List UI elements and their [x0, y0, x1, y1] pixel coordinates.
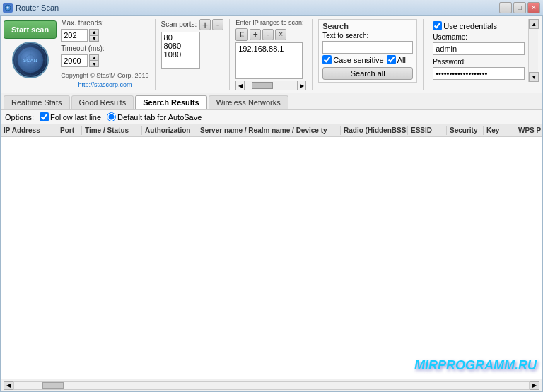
results-content-area: MIRPROGRAMM.RU: [1, 137, 542, 379]
start-section: Start scan SCAN: [4, 19, 57, 78]
search-all-button[interactable]: Search all: [322, 67, 413, 80]
sep4: [423, 19, 424, 90]
toolbar-right-scrollbar: ▲ ▼: [528, 19, 538, 82]
tab-search-results[interactable]: Search Results: [135, 95, 206, 109]
timeout-up[interactable]: ▲: [89, 54, 99, 61]
credentials-panel: Use credentials Username: Password:: [429, 19, 528, 82]
threads-timeout-section: Max. threads: ▲ ▼ Timeout (ms): ▲ ▼ Copy…: [61, 19, 148, 89]
all-text: All: [397, 56, 406, 64]
sep1: [155, 19, 156, 90]
ip-scrollbar[interactable]: ◀ ▶: [235, 81, 306, 90]
status-scroll-thumb[interactable]: [42, 382, 64, 389]
main-window: Start scan SCAN Max. threads:: [0, 16, 543, 392]
timeout-row: ▲ ▼: [61, 54, 148, 67]
options-bar: Options: Follow last line Default tab fo…: [1, 110, 542, 124]
maximize-button[interactable]: □: [513, 2, 526, 13]
max-threads-label: Max. threads:: [61, 19, 148, 27]
all-label[interactable]: All: [387, 55, 406, 64]
search-options: Case sensitive All: [322, 55, 413, 64]
window-controls: ─ □ ✕: [499, 2, 540, 13]
th-key: Key: [484, 126, 515, 135]
password-label: Password:: [433, 58, 525, 66]
use-credentials-checkbox[interactable]: [433, 21, 442, 30]
username-label: Username:: [433, 33, 525, 41]
port-item-80[interactable]: 80: [164, 33, 197, 42]
th-time-status: Time / Status: [82, 126, 142, 135]
ip-scroll-handle[interactable]: [252, 82, 273, 89]
scanner-logo: SCAN: [12, 42, 49, 78]
username-input[interactable]: [433, 42, 525, 55]
case-sensitive-label[interactable]: Case sensitive: [322, 55, 384, 64]
tab-good-results[interactable]: Good Results: [71, 95, 134, 109]
scan-ports-label: Scan ports:: [161, 20, 197, 28]
status-bar: ◀ ▶: [1, 379, 542, 391]
scan-ports-section: Scan ports: + - 80 8080 1080: [161, 19, 224, 69]
ports-add-button[interactable]: +: [199, 19, 211, 30]
copyright-text: Copyright © Stas'M Corp. 2019: [61, 71, 148, 81]
scroll-track-v: [529, 29, 538, 72]
table-header: IP Address Port Time / Status Authorizat…: [1, 124, 542, 137]
copyright-link[interactable]: http://stascorp.com: [61, 81, 148, 90]
default-tab-radio[interactable]: [107, 112, 116, 121]
th-ip-address: IP Address: [1, 126, 57, 135]
sep2: [229, 19, 230, 90]
ip-edit-button[interactable]: E: [235, 28, 248, 41]
tab-realtime-stats[interactable]: Realtime Stats: [4, 95, 70, 109]
timeout-down[interactable]: ▼: [89, 61, 99, 67]
max-threads-row: ▲ ▼: [61, 29, 148, 42]
max-threads-up[interactable]: ▲: [89, 29, 99, 35]
port-item-8080[interactable]: 8080: [164, 42, 197, 50]
close-button[interactable]: ✕: [527, 2, 540, 13]
sep3: [312, 19, 313, 90]
max-threads-down[interactable]: ▼: [89, 35, 99, 42]
search-title: Search: [322, 22, 413, 30]
case-sensitive-checkbox[interactable]: [322, 55, 332, 64]
ip-clear-button[interactable]: ×: [275, 29, 286, 40]
start-scan-button[interactable]: Start scan: [4, 20, 57, 39]
scan-ports-header: Scan ports: + -: [161, 19, 224, 30]
tab-wireless-networks[interactable]: Wireless Networks: [209, 95, 288, 109]
password-input[interactable]: [433, 67, 525, 80]
th-server-name: Server name / Realm name / Device ty: [197, 126, 341, 135]
ports-list[interactable]: 80 8080 1080: [161, 32, 200, 69]
max-threads-input[interactable]: [61, 29, 88, 42]
minimize-button[interactable]: ─: [499, 2, 512, 13]
status-scroll-right[interactable]: ▶: [530, 381, 539, 390]
port-item-1080[interactable]: 1080: [164, 50, 197, 59]
timeout-spinners: ▲ ▼: [89, 54, 99, 67]
ip-add-button[interactable]: +: [250, 29, 261, 40]
th-essid: ESSID: [408, 126, 447, 135]
search-text-input[interactable]: [322, 41, 413, 54]
ip-range-label: Enter IP ranges to scan:: [235, 19, 306, 26]
status-scroll-left[interactable]: ◀: [4, 381, 13, 390]
default-tab-label[interactable]: Default tab for AutoSave: [107, 112, 202, 121]
th-radio: Radio (HiddenBSSID): [341, 126, 408, 135]
toolbar-scroll-up[interactable]: ▲: [529, 19, 539, 29]
follow-last-line-checkbox[interactable]: [40, 112, 49, 121]
follow-last-line-label[interactable]: Follow last line: [40, 112, 101, 121]
ports-remove-button[interactable]: -: [212, 19, 223, 30]
copyright-area: Copyright © Stas'M Corp. 2019 http://sta…: [61, 71, 148, 89]
options-label: Options:: [5, 113, 34, 121]
all-checkbox[interactable]: [387, 55, 396, 64]
use-credentials-text: Use credentials: [443, 22, 497, 30]
app-icon: [3, 3, 13, 13]
ip-scroll-track[interactable]: [245, 81, 297, 90]
app-title: Router Scan: [16, 4, 59, 12]
toolbar-scroll-down[interactable]: ▼: [529, 72, 539, 82]
ip-range-list[interactable]: 192.168.88.1: [235, 42, 303, 79]
timeout-input[interactable]: [61, 54, 88, 67]
toolbar: Start scan SCAN Max. threads:: [1, 16, 542, 93]
watermark: MIRPROGRAMM.RU: [414, 358, 537, 373]
ip-scroll-right-button[interactable]: ▶: [297, 81, 305, 90]
tab-bar: Realtime Stats Good Results Search Resul…: [1, 93, 542, 110]
th-authorization: Authorization: [142, 126, 197, 135]
ip-range-section: Enter IP ranges to scan: E + - × 192.168…: [235, 19, 306, 90]
use-credentials-label[interactable]: Use credentials: [433, 21, 525, 30]
ip-remove-button[interactable]: -: [262, 29, 274, 40]
ip-range-item[interactable]: 192.168.88.1: [238, 44, 300, 53]
timeout-label: Timeout (ms):: [61, 44, 148, 52]
title-bar: Router Scan ─ □ ✕: [0, 0, 543, 16]
ip-scroll-left-button[interactable]: ◀: [236, 81, 245, 90]
status-scrollbar[interactable]: [13, 381, 530, 390]
